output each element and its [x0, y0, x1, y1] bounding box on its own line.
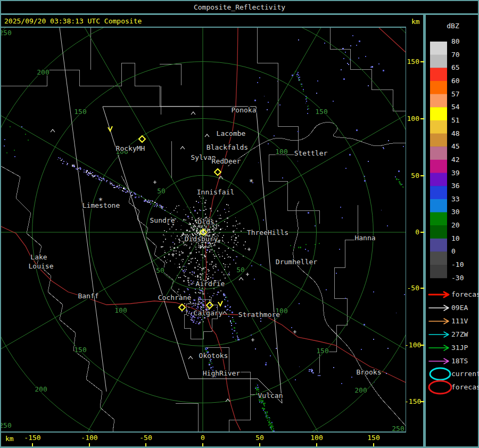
radar-map-canvas[interactable]: 2502001501005010015050100150200250501001…: [1, 28, 406, 431]
echo-pixel: [213, 265, 214, 266]
city-label: Stettler: [294, 149, 328, 157]
echo-pixel: [260, 400, 261, 401]
echo-pixel: [177, 247, 178, 247]
echo-pixel: [211, 249, 212, 250]
echo-pixel: [172, 247, 172, 247]
echo-pixel: [296, 71, 297, 71]
caret-marker: [222, 312, 227, 314]
echo-pixel: [163, 241, 164, 242]
echo-pixel: [228, 205, 229, 206]
echo-pixel: [195, 258, 196, 259]
echo-pixel: [200, 276, 201, 278]
city-label: Ponoka: [232, 106, 257, 114]
echo-pixel: [156, 203, 157, 204]
echo-pixel: [192, 217, 193, 218]
plus-marker: [293, 330, 296, 333]
echo-pixel: [276, 348, 277, 349]
echo-pixel: [205, 209, 207, 210]
echo-pixel: [235, 240, 236, 241]
echo-pixel: [234, 321, 235, 322]
echo-pixel: [301, 86, 302, 87]
echo-pixel: [235, 339, 236, 340]
echo-pixel: [176, 206, 177, 207]
echo-pixel: [212, 295, 213, 296]
echo-pixel: [232, 329, 233, 330]
echo-pixel: [152, 200, 153, 201]
echo-pixel: [263, 404, 265, 405]
echo-pixel: [352, 35, 353, 36]
echo-pixel: [326, 289, 327, 290]
echo-pixel: [210, 249, 211, 250]
echo-pixel: [220, 232, 220, 233]
echo-pixel: [200, 230, 201, 231]
echo-pixel: [228, 314, 229, 315]
echo-pixel: [290, 245, 291, 246]
echo-pixel: [198, 266, 199, 266]
echo-pixel: [169, 229, 170, 230]
ring-distance-label: 100: [275, 148, 287, 156]
echo-pixel: [194, 224, 195, 225]
echo-pixel: [225, 250, 226, 251]
colorbar-box: [430, 251, 447, 265]
echo-pixel: [271, 426, 272, 427]
echo-pixel: [260, 321, 261, 322]
echo-pixel: [209, 270, 210, 271]
echo-pixel: [345, 52, 346, 53]
echo-pixel: [174, 243, 175, 245]
echo-pixel: [4, 145, 5, 146]
colorbar-box: [430, 225, 447, 239]
echo-pixel: [191, 252, 192, 253]
legend-label: 09EA: [451, 304, 468, 312]
echo-pixel: [185, 244, 186, 245]
echo-pixel: [186, 312, 187, 313]
city-label: Vulcan: [258, 392, 283, 400]
radar-map[interactable]: 2502001501005010015050100150200250501001…: [1, 28, 406, 431]
echo-pixel: [256, 388, 258, 389]
echo-pixel: [235, 323, 236, 324]
echo-pixel: [298, 247, 299, 248]
echo-pixel: [196, 321, 197, 322]
echo-pixel: [198, 292, 199, 293]
echo-pixel: [207, 348, 208, 349]
legend-label: 18TS: [451, 357, 468, 365]
echo-pixel: [202, 244, 203, 245]
echo-pixel: [204, 317, 205, 318]
echo-pixel: [257, 82, 258, 83]
echo-pixel: [186, 245, 187, 246]
echo-pixel: [164, 252, 166, 253]
echo-pixel: [361, 349, 362, 350]
echo-pixel: [95, 175, 96, 176]
echo-pixel: [347, 63, 348, 64]
echo-pixel: [235, 217, 236, 218]
echo-pixel: [228, 316, 229, 317]
echo-pixel: [386, 373, 387, 374]
echo-pixel: [234, 327, 235, 329]
city-label: Cochrane: [158, 294, 192, 302]
echo-pixel: [396, 313, 397, 313]
echo-pixel: [174, 247, 175, 249]
echo-pixel: [311, 370, 311, 370]
echo-pixel: [205, 246, 207, 247]
km-unit-top: km: [411, 18, 420, 26]
echo-pixel: [159, 205, 161, 206]
echo-pixel: [14, 150, 15, 151]
echo-pixel: [261, 402, 262, 403]
echo-pixel: [399, 180, 399, 180]
echo-pixel: [232, 317, 233, 318]
echo-pixel: [200, 298, 201, 299]
echo-pixel: [171, 235, 172, 237]
echo-pixel: [145, 200, 146, 201]
echo-pixel: [307, 107, 308, 107]
echo-pixel: [225, 266, 226, 267]
echo-pixel: [193, 283, 194, 284]
echo-pixel: [148, 199, 149, 200]
echo-pixel: [184, 272, 185, 273]
echo-pixel: [305, 99, 307, 100]
echo-pixel: [237, 224, 238, 225]
echo-pixel: [262, 408, 263, 409]
echo-pixel: [223, 263, 224, 264]
echo-pixel: [265, 364, 267, 365]
echo-pixel: [395, 176, 396, 177]
echo-pixel: [210, 243, 211, 245]
echo-pixel: [233, 225, 234, 226]
